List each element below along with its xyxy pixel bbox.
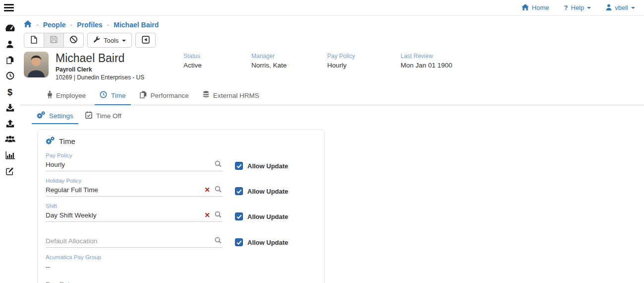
cogs-icon: [46, 137, 55, 146]
breadcrumb-separator: -: [107, 21, 110, 29]
default-allocation-input[interactable]: [46, 237, 210, 245]
new-record-button[interactable]: [24, 33, 44, 48]
tools-menu-button[interactable]: Tools: [87, 33, 132, 48]
holiday-policy-field: Holiday Policy: [46, 171, 223, 197]
default-allocation-field: [46, 235, 223, 248]
pay-policy-input[interactable]: [46, 161, 210, 168]
menu-toggle-button[interactable]: [4, 2, 17, 13]
sidebar-item-documents[interactable]: [2, 53, 18, 69]
sidebar-item-time[interactable]: [2, 69, 18, 84]
pay-policy-field: Pay Policy: [46, 146, 223, 171]
shift-lookup-button[interactable]: [215, 211, 222, 219]
default-allocation-allow-update: Allow Update: [235, 238, 288, 248]
home-icon: [522, 4, 529, 12]
home-link[interactable]: Home: [522, 4, 549, 12]
acumatica-pay-group-label: Acumatica Pay Group: [46, 254, 223, 260]
copy-icon: [140, 91, 147, 100]
card-title: Time: [59, 137, 75, 145]
card-header: Time: [46, 137, 316, 146]
user-icon: [606, 4, 612, 12]
breadcrumb: - People - Profiles - Michael Baird: [24, 16, 644, 31]
employee-id-company: 10269 | Dunedin Enterprises - US: [56, 74, 183, 81]
tab-employee[interactable]: Employee: [41, 87, 93, 105]
holiday-policy-lookup-button[interactable]: [215, 186, 222, 194]
sidebar-item-export[interactable]: [2, 116, 18, 132]
acumatica-pay-group-value: --: [46, 263, 223, 271]
default-allocation-lookup-button[interactable]: [215, 237, 222, 245]
clock-icon: [6, 71, 14, 81]
sidebar-item-people[interactable]: [2, 37, 18, 53]
cancel-button[interactable]: [63, 33, 84, 48]
breadcrumb-profiles[interactable]: Profiles: [77, 21, 102, 29]
shift-clear-button[interactable]: [205, 212, 210, 219]
sidebar-item-forms[interactable]: [2, 164, 18, 180]
employee-name: Michael Baird: [56, 52, 183, 65]
allow-update-checkbox[interactable]: [235, 162, 243, 170]
holiday-policy-label: Holiday Policy: [46, 178, 223, 184]
cogs-icon: [37, 111, 45, 120]
save-button[interactable]: [44, 33, 64, 48]
employee-photo: [24, 52, 49, 77]
clock-icon: [100, 91, 107, 100]
new-document-icon: [31, 36, 37, 45]
meta-status: Status Active: [183, 53, 251, 81]
tab-performance[interactable]: Performance: [133, 87, 196, 105]
subtab-settings[interactable]: Settings: [31, 109, 79, 124]
clear-x-icon: [205, 212, 210, 219]
question-icon: ?: [564, 4, 568, 11]
calendar-check-icon: [85, 111, 92, 120]
menu-icon: [4, 4, 14, 5]
team-icon: [5, 136, 15, 144]
sidebar-item-import[interactable]: [2, 100, 18, 116]
allow-update-checkbox[interactable]: [235, 187, 243, 195]
caret-down-icon: [122, 40, 126, 42]
subtab-time-off[interactable]: Time Off: [79, 109, 127, 124]
breadcrumb-people[interactable]: People: [43, 21, 66, 29]
holiday-policy-clear-button[interactable]: [205, 186, 210, 194]
user-menu-label: vbell: [615, 4, 628, 11]
search-icon: [215, 186, 222, 194]
holiday-policy-input[interactable]: [46, 186, 200, 194]
allow-update-checkbox[interactable]: [235, 238, 243, 246]
person-icon: [48, 91, 52, 100]
employee-job-title: Payroll Clerk: [56, 66, 183, 73]
record-toolbar: Tools: [24, 33, 644, 48]
sidebar-item-groups[interactable]: [2, 132, 18, 148]
acumatica-pay-group-field: Acumatica Pay Group --: [46, 254, 223, 271]
holiday-policy-allow-update: Allow Update: [235, 187, 288, 197]
user-menu[interactable]: vbell: [606, 4, 635, 12]
help-menu[interactable]: ? Help: [564, 4, 591, 11]
pay-policy-lookup-button[interactable]: [215, 160, 222, 169]
time-settings-card: Time Pay Policy Allow Update: [37, 129, 325, 283]
tools-menu-label: Tools: [104, 37, 118, 44]
day-rate-input[interactable]: [46, 281, 222, 283]
meta-manager: Manager Norris, Kate: [251, 53, 327, 81]
sidebar-item-reports[interactable]: [2, 148, 18, 164]
edit-icon: [6, 167, 14, 177]
shift-label: Shift: [46, 203, 223, 209]
topbar: Home ? Help vbell: [0, 0, 644, 16]
breadcrumb-home[interactable]: [24, 20, 32, 29]
meta-pay-policy: Pay Policy Hourly: [327, 53, 401, 81]
collapse-panel-button[interactable]: [135, 33, 156, 48]
collapse-panel-icon: [142, 36, 150, 45]
copy-icon: [6, 56, 14, 66]
tab-external-hrms[interactable]: External HRMS: [196, 87, 266, 105]
tab-time[interactable]: Time: [93, 87, 133, 105]
breadcrumb-separator: -: [70, 21, 73, 29]
clear-x-icon: [205, 186, 210, 194]
shift-field: Shift: [46, 197, 223, 222]
upload-icon: [6, 120, 14, 129]
database-icon: [203, 91, 209, 100]
dashboard-icon: [5, 24, 15, 34]
caret-down-icon: [587, 7, 591, 9]
allow-update-checkbox[interactable]: [235, 212, 243, 220]
meta-last-review: Last Review Mon Jan 01 1900: [401, 53, 485, 81]
sidebar-item-pay[interactable]: $: [2, 84, 18, 100]
sidebar-item-dashboard[interactable]: [2, 21, 18, 37]
breadcrumb-current: Michael Baird: [114, 21, 159, 29]
save-icon: [50, 36, 58, 45]
home-link-label: Home: [532, 4, 549, 11]
download-icon: [6, 104, 14, 113]
shift-input[interactable]: [46, 212, 200, 219]
